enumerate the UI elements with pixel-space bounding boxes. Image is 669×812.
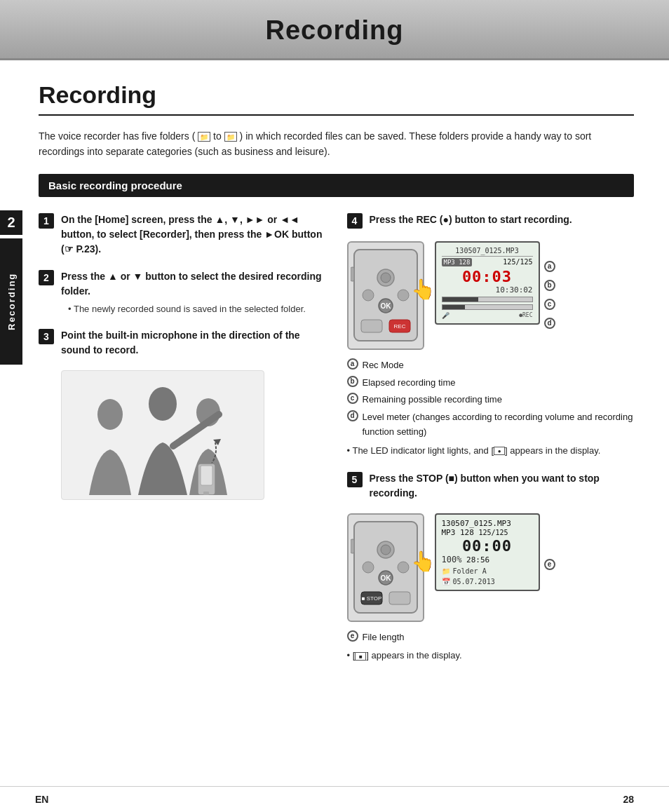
screen5-label-e: e [544, 559, 555, 570]
screen5-date-row: 📅 05.07.2013 [442, 578, 533, 586]
screen4-icon-rec: ●REC [519, 312, 532, 319]
svg-text:REC: REC [393, 323, 405, 330]
col-right: 4 Press the REC (●) button to start reco… [347, 212, 635, 663]
ann-d: d Level meter (changes according to reco… [347, 410, 635, 440]
step-1: 1 On the [Home] screen, press the ▲, ▼, … [39, 212, 326, 257]
date-icon: 📅 [442, 578, 450, 586]
screen5-pct: 100% [442, 555, 462, 564]
step-3: 3 Point the built-in microphone in the d… [39, 328, 326, 358]
two-col-layout: 1 On the [Home] screen, press the ▲, ▼, … [39, 212, 634, 663]
screen4-counter: 125/125 [503, 258, 532, 266]
controller-step5: OK ■ STOP 👆 [347, 513, 424, 622]
controller-svg-5: OK ■ STOP [351, 518, 421, 616]
ann-b: b Elapsed recording time [347, 376, 635, 391]
screen4-level-bar2 [442, 304, 533, 310]
screen4-labels: a b c d [544, 261, 555, 329]
label-e: e [544, 559, 555, 570]
device-screen-step5: 130507_0125.MP3 MP3 128 125/125 00:00 10… [435, 513, 540, 591]
step-5: 5 Press the STOP (■) button when you wan… [347, 471, 635, 501]
svg-point-1 [149, 387, 177, 421]
step5-illustration: OK ■ STOP 👆 130507_0125.MP3 MP3 128 [347, 513, 635, 622]
footer-page: 28 [623, 794, 634, 805]
screen5-counter: 125/125 [478, 529, 508, 536]
ann-e-circle: e [347, 630, 358, 642]
step-2: 2 Press the ▲ or ▼ button to select the … [39, 269, 326, 316]
ann-e: e File length [347, 630, 635, 645]
step-2-num: 2 [39, 270, 54, 285]
step4-illustration: OK REC 👆 130507_0125.MP3 [347, 241, 635, 350]
svg-point-24 [398, 562, 409, 573]
step-3-content: Point the built-in microphone in the dir… [61, 328, 326, 358]
screen4-icons: 🎤 ●REC [442, 312, 533, 319]
svg-rect-19 [351, 267, 354, 281]
svg-point-12 [363, 290, 374, 301]
svg-rect-6 [201, 466, 212, 485]
header-title: Recording [0, 15, 669, 46]
step-1-num: 1 [39, 213, 54, 229]
intro-text: The voice recorder has five folders ( 📁 … [39, 128, 634, 160]
ann-c: c Remaining possible recording time [347, 393, 635, 407]
main-content: Recording The voice recorder has five fo… [0, 60, 669, 684]
step-3-num: 3 [39, 329, 54, 344]
screen4-badge: MP3 128 [442, 258, 473, 266]
svg-point-0 [97, 399, 123, 430]
screen5-badge: MP3 128 [442, 528, 474, 537]
svg-rect-8 [203, 492, 209, 495]
screen5-date: 05.07.2013 [453, 578, 495, 586]
svg-point-13 [398, 290, 409, 301]
ann-e-text: File length [363, 630, 405, 645]
screen4-row1: MP3 128 125/125 [442, 258, 533, 266]
step-2-content: Press the ▲ or ▼ button to select the de… [61, 269, 326, 316]
ann-a-circle: a [347, 358, 358, 370]
screen4-time: 00:03 [442, 268, 533, 285]
page-title: Recording [39, 81, 634, 116]
label-b: b [544, 280, 555, 291]
ann-bullet1: The LED indicator light lights, and [●] … [347, 444, 635, 459]
screen4-level-bar [442, 297, 533, 302]
svg-point-22 [381, 545, 391, 555]
svg-text:OK: OK [380, 574, 391, 582]
label-a: a [544, 261, 555, 272]
step-4: 4 Press the REC (●) button to start reco… [347, 212, 635, 229]
svg-point-11 [381, 273, 391, 283]
screen5-row2: 100% 28:56 [442, 555, 533, 564]
svg-rect-16 [361, 320, 382, 332]
ann-b-text: Elapsed recording time [363, 376, 456, 391]
screen5-filename: 130507_0125.MP3 [442, 519, 533, 528]
step-2-bullets: The newly recorded sound is saved in the… [68, 302, 326, 316]
footer: EN 28 [0, 786, 669, 812]
screen4-icon-mic: 🎤 [442, 312, 450, 319]
svg-text:■ STOP: ■ STOP [361, 595, 381, 602]
footer-lang: EN [35, 794, 48, 805]
screen5-row1: MP3 128 125/125 [442, 528, 533, 537]
screen4-filename: 130507_0125.MP3 [442, 247, 533, 257]
screen4-level-fill [442, 297, 478, 302]
mic-illustration [61, 370, 264, 500]
ann-bullet2: [■] appears in the display. [347, 649, 635, 663]
controller-svg-4: OK REC [351, 246, 421, 344]
col-left: 1 On the [Home] screen, press the ▲, ▼, … [39, 212, 326, 663]
hand-cursor-4: 👆 [411, 278, 435, 301]
label-d: d [544, 318, 555, 329]
step-4-content: Press the REC (●) button to start record… [370, 212, 572, 227]
svg-line-3 [173, 414, 219, 446]
screen-step5-wrap: 130507_0125.MP3 MP3 128 125/125 00:00 10… [435, 513, 540, 622]
ann-b-circle: b [347, 376, 358, 387]
ann-c-circle: c [347, 393, 358, 404]
screen4-remaining: 10:30:02 [442, 285, 533, 295]
silhouette-svg [68, 376, 257, 495]
ann-a: a Rec Mode [347, 358, 635, 373]
annotations-step4: a Rec Mode b Elapsed recording time c Re… [347, 358, 635, 459]
ann-d-text: Level meter (changes according to record… [363, 410, 635, 440]
ann-a-text: Rec Mode [363, 358, 404, 373]
side-number: 2 [0, 210, 22, 235]
screen4-level-fill2 [442, 305, 465, 309]
step-1-content: On the [Home] screen, press the ▲, ▼, ►►… [61, 212, 326, 257]
ann-d-circle: d [347, 410, 358, 421]
hand-cursor-5: 👆 [411, 550, 435, 573]
screen5-foldername: Folder A [453, 567, 487, 575]
screen5-folder: 📁 Folder A [442, 567, 533, 575]
header-banner: Recording [0, 0, 669, 60]
svg-text:OK: OK [380, 302, 391, 310]
step-4-num: 4 [347, 213, 363, 229]
